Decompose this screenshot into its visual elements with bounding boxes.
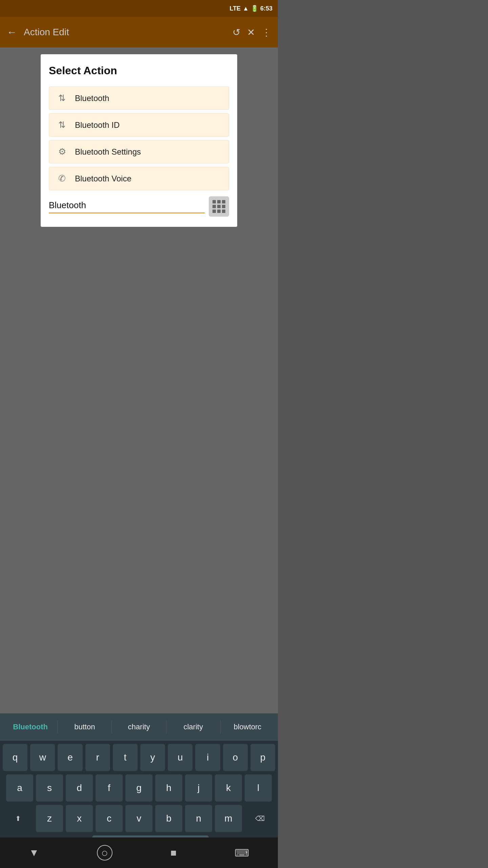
key-e[interactable]: e [58,744,82,771]
key-r[interactable]: r [85,744,110,771]
key-g[interactable]: g [125,774,152,802]
key-n[interactable]: n [185,805,212,832]
key-y[interactable]: y [140,744,165,771]
search-input[interactable] [49,200,205,211]
key-b[interactable]: b [155,805,182,832]
key-q[interactable]: q [3,744,27,771]
key-h[interactable]: h [155,774,182,802]
list-item-bluetooth-voice[interactable]: ✆ Bluetooth Voice [49,167,229,190]
key-o[interactable]: o [223,744,248,771]
suggestion-blowtorch[interactable]: blowtorс [221,719,274,735]
key-j[interactable]: j [185,774,212,802]
page-title: Action Edit [24,27,226,38]
action-bar: ← Action Edit ↺ ✕ ⋮ [0,17,278,47]
search-input-wrapper [49,200,205,213]
key-u[interactable]: u [168,744,192,771]
suggestion-clarity[interactable]: clarity [166,719,220,735]
suggestion-button[interactable]: button [58,719,111,735]
key-row-3: ⬆ z x c v b n m ⌫ [3,805,275,832]
bluetooth-voice-label: Bluetooth Voice [75,174,131,183]
key-v[interactable]: v [125,805,152,832]
transfer-icon-bluetooth-id: ⇅ [56,120,68,130]
phone-icon: ✆ [56,173,68,184]
suggestions-bar: Bluetooth button charity clarity blowtor… [0,713,278,741]
key-row-2: a s d f g h j k l [3,774,275,802]
dialog-title: Select Action [49,64,229,77]
more-button[interactable]: ⋮ [262,27,271,38]
bluetooth-id-label: Bluetooth ID [75,120,120,130]
list-item-bluetooth-id[interactable]: ⇅ Bluetooth ID [49,113,229,137]
action-icons: ↺ ✕ ⋮ [232,27,271,38]
key-t[interactable]: t [113,744,138,771]
key-p[interactable]: p [250,744,275,771]
clock: 6:53 [260,5,272,12]
shift-key[interactable]: ⬆ [3,805,33,832]
lte-icon: LTE [229,5,241,12]
suggestion-charity[interactable]: charity [112,719,166,735]
status-icons: LTE ▲ 🔋 6:53 [229,5,272,12]
bluetooth-label: Bluetooth [75,94,109,103]
grid-button[interactable] [209,196,229,217]
key-l[interactable]: l [245,774,272,802]
bottom-nav: ▼ ○ ■ ⌨ [0,837,278,868]
delete-key[interactable]: ⌫ [245,805,275,832]
key-a[interactable]: a [6,774,33,802]
bluetooth-settings-label: Bluetooth Settings [75,147,141,157]
close-button[interactable]: ✕ [247,27,255,38]
nav-recents-button[interactable]: ■ [170,847,177,859]
status-bar: LTE ▲ 🔋 6:53 [0,0,278,17]
search-area [49,196,229,217]
list-item-bluetooth[interactable]: ⇅ Bluetooth [49,86,229,110]
refresh-button[interactable]: ↺ [232,27,240,38]
nav-back-button[interactable]: ▼ [29,847,39,859]
gear-icon: ⚙ [56,146,68,157]
key-z[interactable]: z [36,805,63,832]
key-f[interactable]: f [96,774,123,802]
nav-keyboard-button[interactable]: ⌨ [235,847,249,859]
grid-icon [212,200,225,213]
list-item-bluetooth-settings[interactable]: ⚙ Bluetooth Settings [49,140,229,163]
transfer-icon-bluetooth: ⇅ [56,93,68,103]
key-m[interactable]: m [215,805,242,832]
key-w[interactable]: w [30,744,55,771]
battery-icon: 🔋 [251,5,258,12]
key-row-1: q w e r t y u i o p [3,744,275,771]
key-k[interactable]: k [215,774,242,802]
nav-home-button[interactable]: ○ [97,845,113,861]
select-action-dialog: Select Action ⇅ Bluetooth ⇅ Bluetooth ID… [41,54,237,227]
back-button[interactable]: ← [7,26,17,38]
key-s[interactable]: s [36,774,63,802]
suggestion-bluetooth[interactable]: Bluetooth [3,719,57,735]
key-d[interactable]: d [66,774,93,802]
key-c[interactable]: c [96,805,123,832]
key-x[interactable]: x [66,805,93,832]
key-i[interactable]: i [195,744,220,771]
signal-icon: ▲ [243,5,249,12]
